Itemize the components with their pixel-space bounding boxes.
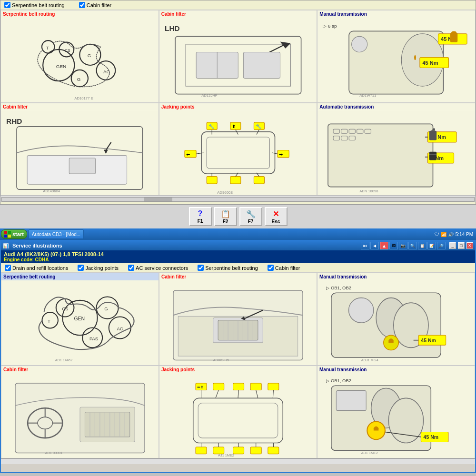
svg-rect-155 (233, 383, 244, 390)
nav-img1[interactable]: 🖼 (389, 242, 398, 249)
checkboxes-section: Drain and refill locations Jacking point… (1, 263, 475, 273)
app-window: 📊 Service illustrations ⏮ ◀ ▲ 🖼 📷 🔍 📋 📝 … (0, 240, 476, 473)
minimize-button[interactable]: _ (449, 242, 456, 249)
manual-main2-svg: ▷ OB1, OB2 45 Nm AD1 1ME2 (317, 373, 475, 458)
svg-text:PAS: PAS (89, 336, 98, 341)
svg-text:AD10177 E: AD10177 E (74, 96, 93, 100)
svg-rect-89 (4, 235, 7, 238)
wrench-icon: 🔧 (246, 209, 256, 218)
clock: 5:14 PM (456, 232, 473, 237)
question-icon: ? (198, 209, 203, 218)
svg-rect-20 (243, 52, 280, 78)
cb-jacking[interactable]: Jacking points (78, 265, 119, 271)
cb-ac[interactable]: AC service connectors (128, 265, 188, 271)
cb-serpentine-main[interactable]: Serpentine belt routing (198, 265, 258, 271)
cabin-lhd-svg: LHD AD12JHF (159, 18, 317, 102)
svg-rect-79 (429, 131, 436, 140)
f2-label: F2 (223, 219, 228, 224)
svg-rect-57 (254, 177, 264, 184)
svg-text:45 Nm: 45 Nm (423, 60, 438, 66)
vehicle-info-bar: Audi A4 (8K2/8K5) (07-) 1,8 TFSI 2008-14… (1, 250, 475, 263)
app-titlebar: 📊 Service illustrations ⏮ ◀ ▲ 🖼 📷 🔍 📋 📝 … (1, 241, 475, 250)
svg-text:AD1W711: AD1W711 (360, 93, 377, 98)
nav-img4[interactable]: 📋 (418, 242, 426, 249)
svg-text:ADJ1 MG4: ADJ1 MG4 (361, 358, 378, 362)
nav-img3[interactable]: 🔍 (408, 242, 417, 249)
svg-rect-87 (4, 231, 7, 234)
cell-title-cabin1: Cabin filter (159, 273, 317, 280)
f2-button[interactable]: 📋 F2 (214, 207, 237, 226)
nav-prev-button[interactable]: ◀ (370, 242, 379, 249)
diagram-cell-serpentine-top: Serpentine belt routing GEN G AC G CS (0, 10, 159, 103)
serpentine-main-svg: GEN G AC CS T PAS AD1 14462 (1, 280, 159, 365)
svg-text:▷ 6 sp: ▷ 6 sp (323, 23, 337, 29)
svg-text:T: T (48, 318, 50, 324)
diagram-cell-auto-trans: Automatic transmission (317, 103, 476, 196)
top-window: Serpentine belt routing Cabin filter Ser… (0, 0, 476, 205)
cabin-main2-svg: AD1 00001 (1, 373, 159, 458)
cell-title: Cabin filter (159, 10, 317, 18)
taskbar-right: 🛡 📶 🔊 5:14 PM (435, 232, 475, 237)
f7-button[interactable]: 🔧 F7 (239, 207, 262, 226)
svg-rect-0 (1, 18, 159, 102)
close-icon: ✕ (273, 209, 279, 218)
nav-img5[interactable]: 📝 (427, 242, 436, 249)
svg-text:45 Nm: 45 Nm (424, 435, 438, 440)
taskbar-window-autodata[interactable]: Autodata CD3 - [Mod... (29, 229, 84, 239)
close-button[interactable]: ✕ (466, 242, 473, 249)
cb-drain[interactable]: Drain and refill locations (5, 265, 68, 271)
svg-rect-154 (213, 383, 224, 390)
nav-img2[interactable]: 📷 (399, 242, 407, 249)
top-checkboxes: Serpentine belt routing Cabin filter (0, 0, 476, 10)
svg-text:⬅: ⬅ (186, 152, 190, 157)
start-button[interactable]: start (1, 229, 27, 239)
jacking-top-svg: 🔧 ⬆ 🔧 ⬅ ➡ (159, 110, 317, 195)
svg-text:LHD: LHD (165, 24, 180, 32)
cell-title: Automatic transmission (317, 103, 475, 110)
main-scrollbar[interactable] (1, 458, 475, 464)
diagram-cell-manual-top: Manual transmission ▷ 6 sp 45 Nm (317, 10, 476, 103)
svg-rect-166 (250, 447, 261, 454)
cb-serpentine-top[interactable]: Serpentine belt routing (4, 2, 65, 8)
svg-rect-88 (8, 231, 11, 234)
svg-text:AD1 00001: AD1 00001 (45, 451, 63, 455)
cb-cabin-main[interactable]: Cabin filter (268, 265, 300, 271)
svg-text:▷ OB1, OB2: ▷ OB1, OB2 (326, 378, 351, 383)
app-icon: 📊 (3, 243, 9, 248)
f1-button[interactable]: ? F1 (189, 207, 212, 226)
nav-first-button[interactable]: ⏮ (361, 242, 369, 249)
svg-text:CS: CS (64, 48, 70, 53)
cabin-main1-svg: ADIXS H5 (159, 280, 317, 365)
main-diagram-grid: Serpentine belt routing GEN G AC CS T (1, 273, 475, 458)
diagram-cell-manual-main2: Manual transmission ▷ OB1, OB2 4 (317, 366, 475, 458)
top-scrollbar[interactable] (0, 196, 476, 202)
top-diagram-grid: Serpentine belt routing GEN G AC G CS (0, 10, 476, 196)
diagram-cell-cabin-main2: Cabin filter (1, 366, 159, 458)
cb-cabin-top[interactable]: Cabin filter (79, 2, 112, 8)
cell-title-manual1: Manual transmission (317, 273, 475, 280)
cell-title-manual2: Manual transmission (317, 366, 475, 373)
cell-title: Cabin filter (1, 103, 159, 110)
svg-text:GEN: GEN (74, 316, 85, 321)
alert-icon: ▲ (380, 242, 388, 249)
svg-text:AD1 1ME2: AD1 1ME2 (361, 451, 378, 455)
windows-flag-icon (4, 231, 11, 238)
esc-button[interactable]: ✕ Esc (265, 207, 288, 226)
diagram-cell-jacking-main: Jacking points ⬅⬆ (159, 366, 317, 458)
svg-rect-39 (69, 158, 95, 174)
svg-text:⬅⬆: ⬅⬆ (197, 385, 204, 389)
nav-img6[interactable]: 🔎 (437, 242, 446, 249)
cell-title: Manual transmission (317, 10, 475, 18)
svg-point-122 (349, 298, 374, 323)
svg-rect-90 (8, 235, 11, 238)
manual-main1-svg: ▷ OB1, OB2 45 Nm ADJ1 MG4 (317, 280, 475, 365)
serpentine-svg: GEN G AC G CS T AD10177 E (1, 18, 159, 102)
svg-point-26 (352, 36, 367, 52)
svg-text:G: G (77, 77, 81, 82)
svg-rect-156 (250, 383, 261, 390)
svg-text:⬆: ⬆ (232, 124, 236, 129)
nav-buttons: ⏮ ◀ ▲ 🖼 📷 🔍 📋 📝 🔎 (361, 242, 446, 249)
svg-rect-56 (230, 177, 240, 184)
maximize-button[interactable]: □ (458, 242, 465, 249)
svg-text:AB149604: AB149604 (43, 189, 60, 193)
